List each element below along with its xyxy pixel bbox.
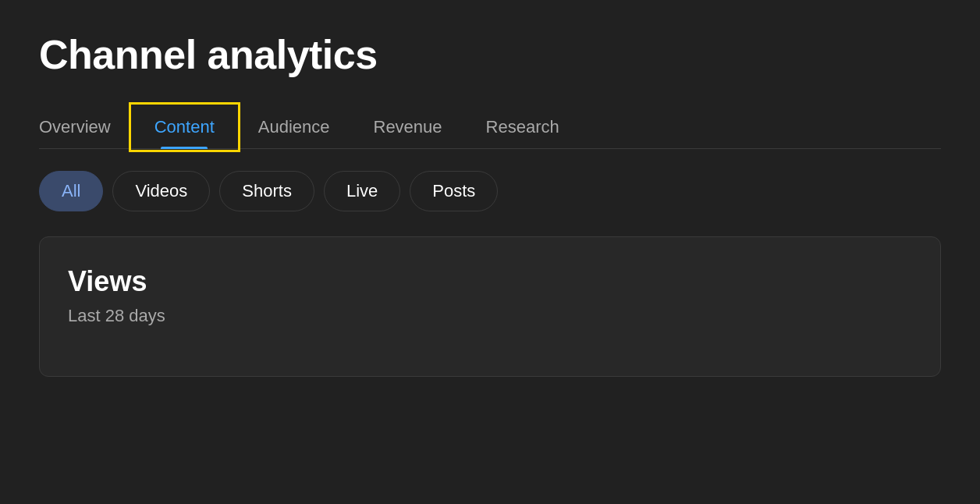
views-card: Views Last 28 days — [39, 236, 941, 377]
filter-shorts[interactable]: Shorts — [219, 171, 314, 211]
tab-audience[interactable]: Audience — [236, 106, 352, 148]
tab-research[interactable]: Research — [464, 106, 581, 148]
filter-all[interactable]: All — [39, 171, 103, 211]
tab-revenue[interactable]: Revenue — [352, 106, 464, 148]
card-title: Views — [68, 265, 912, 298]
page-title: Channel analytics — [39, 31, 941, 78]
tab-content[interactable]: Content — [133, 106, 236, 148]
page-container: Channel analytics Overview Content Audie… — [0, 0, 980, 377]
filter-live[interactable]: Live — [324, 171, 400, 211]
tab-overview[interactable]: Overview — [39, 106, 133, 148]
filter-pills: All Videos Shorts Live Posts — [39, 171, 941, 211]
filter-videos[interactable]: Videos — [112, 171, 210, 211]
card-subtitle: Last 28 days — [68, 306, 912, 326]
filter-posts[interactable]: Posts — [410, 171, 498, 211]
tabs-nav: Overview Content Audience Revenue Resear… — [39, 106, 941, 149]
